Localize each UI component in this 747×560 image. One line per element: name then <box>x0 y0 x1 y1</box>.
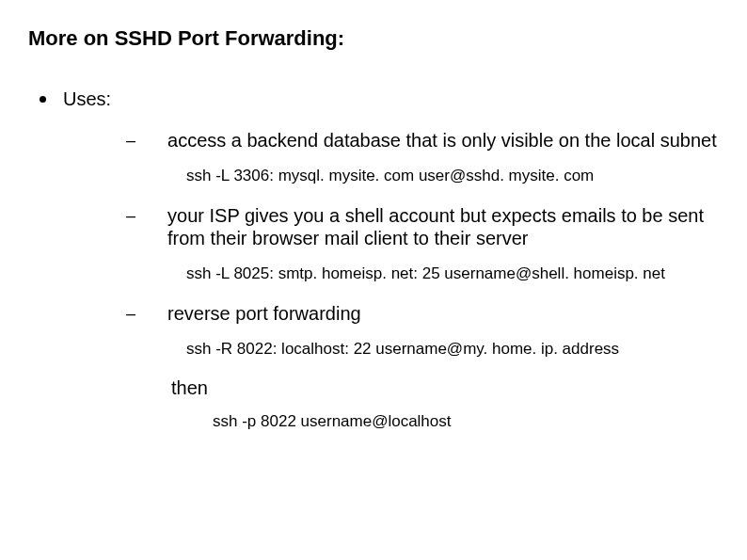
item-text: access a backend database that is only v… <box>167 129 717 152</box>
item-text: your ISP gives you a shell account but e… <box>167 204 719 249</box>
dash-icon: – <box>126 302 135 325</box>
then-label: then <box>28 377 719 399</box>
code-line: ssh -R 8022: localhost: 22 username@my. … <box>28 340 719 359</box>
code-line: ssh -p 8022 username@localhost <box>28 412 719 431</box>
item-text: reverse port forwarding <box>167 302 361 325</box>
list-item: – access a backend database that is only… <box>28 129 719 152</box>
dash-icon: – <box>126 129 135 152</box>
slide-title: More on SSHD Port Forwarding: <box>28 26 719 51</box>
code-line: ssh -L 3306: mysql. mysite. com user@ssh… <box>28 167 719 185</box>
slide: More on SSHD Port Forwarding: Uses: – ac… <box>0 0 747 560</box>
list-item: – your ISP gives you a shell account but… <box>28 204 719 249</box>
uses-label: Uses: <box>63 88 111 110</box>
code-line: ssh -L 8025: smtp. homeisp. net: 25 user… <box>28 264 719 283</box>
bullet-icon <box>40 96 46 103</box>
list-item: – reverse port forwarding <box>28 302 719 325</box>
dash-icon: – <box>126 204 135 227</box>
list-item: Uses: <box>28 88 719 110</box>
